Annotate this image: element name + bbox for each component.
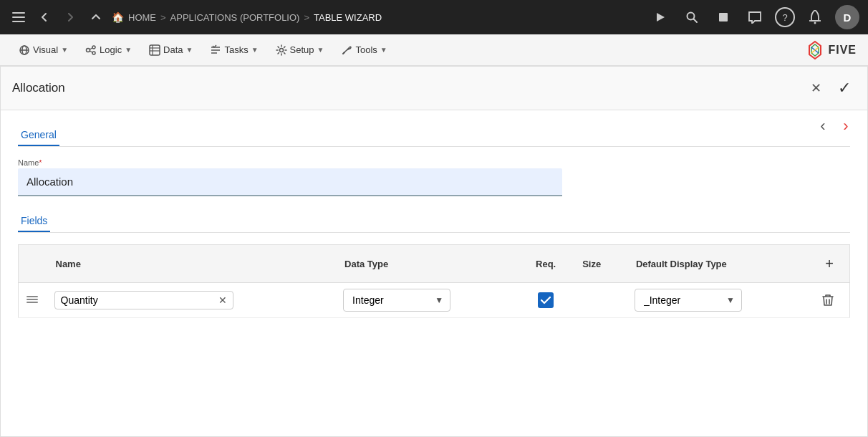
main-content: Allocation ✕ ✓ ‹ › General bbox=[0, 66, 868, 437]
col-data-type: Data Type bbox=[336, 245, 518, 283]
logic-caret: ▼ bbox=[125, 46, 132, 54]
field-name-clear-button[interactable]: ✕ bbox=[218, 294, 227, 306]
top-nav-left: 🏠 HOME > APPLICATIONS (PORTFOLIO) > TABL… bbox=[9, 7, 643, 27]
search-button[interactable] bbox=[680, 6, 703, 29]
top-nav-right: ? D bbox=[649, 5, 859, 29]
tools-label: Tools bbox=[355, 44, 377, 55]
portfolio-label[interactable]: APPLICATIONS (PORTFOLIO) bbox=[170, 12, 300, 23]
confirm-button[interactable]: ✓ bbox=[833, 77, 856, 100]
table-row: ✕ Integer String Boolean Date bbox=[19, 283, 850, 318]
data-caret: ▼ bbox=[186, 46, 193, 54]
name-required: * bbox=[39, 158, 42, 167]
svg-line-25 bbox=[343, 52, 344, 54]
setup-icon bbox=[276, 44, 287, 56]
drag-handle[interactable] bbox=[26, 293, 40, 308]
breadcrumb-sep-1: > bbox=[160, 12, 166, 23]
next-nav-button[interactable]: › bbox=[836, 116, 856, 136]
wizard-label: TABLE WIZARD bbox=[314, 12, 382, 23]
logic-icon bbox=[85, 44, 97, 56]
data-type-select-wrapper: Integer String Boolean Date Float ▼ bbox=[343, 289, 450, 312]
svg-rect-17 bbox=[150, 45, 160, 55]
default-display-cell: _Integer _String _Date _Boolean ▼ bbox=[627, 283, 809, 318]
dialog-header: Allocation ✕ ✓ bbox=[1, 67, 867, 110]
display-type-select[interactable]: _Integer _String _Date _Boolean bbox=[635, 289, 742, 312]
prev-nav-button[interactable]: ‹ bbox=[813, 116, 833, 136]
fields-tab-bar: Fields bbox=[18, 211, 850, 233]
tools-caret: ▼ bbox=[380, 46, 387, 54]
close-button[interactable]: ✕ bbox=[804, 77, 827, 100]
req-checkbox[interactable] bbox=[538, 292, 554, 308]
top-navigation: 🏠 HOME > APPLICATIONS (PORTFOLIO) > TABL… bbox=[0, 0, 868, 34]
fields-table: Name Data Type Req. Size Default Display… bbox=[18, 244, 850, 318]
svg-rect-6 bbox=[719, 13, 728, 21]
display-type-select-wrapper: _Integer _String _Date _Boolean ▼ bbox=[635, 289, 742, 312]
col-name: Name bbox=[47, 245, 337, 283]
general-tab-section: General bbox=[18, 125, 850, 147]
name-label-text: Name bbox=[18, 158, 39, 167]
svg-line-5 bbox=[694, 19, 698, 23]
visual-label: Visual bbox=[33, 44, 58, 55]
menu-setup[interactable]: Setup ▼ bbox=[269, 40, 332, 60]
nav-arrows: ‹ › bbox=[813, 116, 856, 136]
form-section: Name* bbox=[18, 158, 850, 196]
add-field-button[interactable]: + bbox=[818, 252, 841, 275]
menu-icon[interactable] bbox=[9, 7, 29, 27]
notifications-button[interactable] bbox=[804, 6, 826, 29]
svg-line-15 bbox=[90, 47, 93, 49]
logic-label: Logic bbox=[100, 44, 122, 55]
data-icon bbox=[149, 44, 160, 56]
menu-logic[interactable]: Logic ▼ bbox=[78, 40, 139, 60]
table-head: Name Data Type Req. Size Default Display… bbox=[19, 245, 850, 283]
tools-icon bbox=[341, 44, 352, 56]
col-req: Req. bbox=[518, 245, 574, 283]
name-label: Name* bbox=[18, 158, 562, 167]
svg-line-16 bbox=[90, 51, 93, 52]
data-type-select[interactable]: Integer String Boolean Date Float bbox=[343, 289, 450, 312]
svg-point-8 bbox=[814, 22, 816, 24]
menu-data[interactable]: Data ▼ bbox=[142, 40, 200, 60]
chat-button[interactable] bbox=[743, 6, 766, 29]
tab-fields[interactable]: Fields bbox=[18, 211, 50, 232]
tab-general[interactable]: General bbox=[18, 125, 59, 146]
menu-tools[interactable]: Tools ▼ bbox=[334, 40, 394, 60]
visual-icon bbox=[19, 44, 30, 56]
name-input[interactable] bbox=[18, 168, 562, 196]
col-add: + bbox=[809, 245, 850, 283]
data-type-cell: Integer String Boolean Date Float ▼ bbox=[336, 283, 518, 318]
help-button[interactable]: ? bbox=[775, 7, 795, 27]
delete-cell bbox=[809, 283, 850, 318]
breadcrumb: 🏠 HOME > APPLICATIONS (PORTFOLIO) > TABL… bbox=[112, 11, 382, 23]
svg-rect-2 bbox=[12, 21, 25, 22]
up-button[interactable] bbox=[86, 7, 106, 27]
name-field: Name* bbox=[18, 158, 562, 196]
play-button[interactable] bbox=[649, 6, 672, 29]
tab-bar: General bbox=[18, 125, 850, 147]
menu-visual[interactable]: Visual ▼ bbox=[11, 40, 75, 60]
menu-tasks[interactable]: Tasks ▼ bbox=[203, 40, 265, 60]
table-body: ✕ Integer String Boolean Date bbox=[19, 283, 850, 318]
dialog-header-actions: ✕ ✓ bbox=[804, 77, 856, 100]
size-cell bbox=[574, 283, 627, 318]
req-cell bbox=[518, 283, 574, 318]
svg-rect-1 bbox=[12, 16, 25, 18]
stop-button[interactable] bbox=[712, 6, 735, 29]
data-label: Data bbox=[163, 44, 183, 55]
delete-row-button[interactable] bbox=[816, 289, 839, 312]
forward-button[interactable] bbox=[60, 7, 80, 27]
tasks-label: Tasks bbox=[224, 44, 248, 55]
five-logo-icon bbox=[805, 40, 825, 60]
col-drag bbox=[19, 245, 47, 283]
field-name-input[interactable] bbox=[61, 294, 218, 306]
name-cell: ✕ bbox=[47, 283, 337, 318]
svg-point-12 bbox=[87, 48, 90, 52]
svg-point-14 bbox=[92, 52, 95, 54]
svg-rect-0 bbox=[12, 12, 25, 14]
svg-marker-3 bbox=[657, 13, 665, 21]
tasks-caret: ▼ bbox=[251, 46, 259, 54]
svg-point-13 bbox=[92, 46, 95, 49]
dialog-body: ‹ › General Name* bbox=[1, 110, 867, 436]
svg-point-24 bbox=[279, 48, 283, 52]
back-button[interactable] bbox=[34, 7, 54, 27]
user-avatar[interactable]: D bbox=[835, 5, 859, 29]
home-label[interactable]: HOME bbox=[128, 12, 156, 23]
